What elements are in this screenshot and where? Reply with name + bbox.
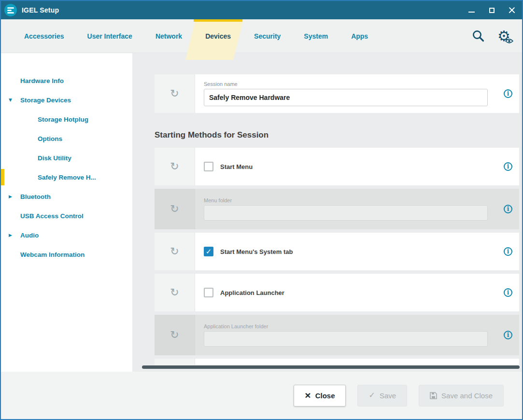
checkbox-label[interactable]: Application Launcher	[220, 289, 284, 296]
reset-icon: ↻	[170, 246, 179, 257]
eye-icon	[505, 38, 513, 44]
checkbox-label[interactable]: Start Menu	[220, 163, 253, 170]
setting-row-menu-folder: ↻ Menu folder	[155, 189, 519, 229]
igel-logo-icon	[4, 4, 17, 16]
reset-icon: ↻	[170, 330, 179, 340]
window-body: Hardware Info Storage Devices Storage Ho…	[1, 53, 522, 372]
setting-row-application-launcher-folder: ↻ Application Launcher folder	[155, 315, 519, 355]
maximize-button[interactable]	[481, 1, 502, 19]
minimize-button[interactable]	[461, 1, 481, 19]
window-controls	[461, 1, 522, 19]
tab-apps[interactable]: Apps	[339, 19, 380, 53]
menu-folder-input	[204, 205, 488, 221]
info-icon[interactable]	[504, 89, 512, 98]
reset-to-default-button[interactable]: ↻	[155, 74, 195, 113]
expand-arrow-icon[interactable]	[9, 194, 12, 199]
reset-to-default-button[interactable]: ↻	[155, 274, 195, 311]
titlebar[interactable]: IGEL Setup	[1, 1, 522, 19]
sidebar-item-audio[interactable]: Audio	[1, 225, 132, 245]
expand-arrow-icon[interactable]	[9, 233, 12, 238]
sidebar-item-hardware-info[interactable]: Hardware Info	[1, 71, 132, 90]
reset-to-default-button[interactable]: ↻	[155, 315, 195, 355]
sidebar-item-storage-devices[interactable]: Storage Devices	[1, 90, 132, 110]
checkmark-icon: ✓	[368, 392, 375, 399]
sidebar-item-bluetooth[interactable]: Bluetooth	[1, 187, 132, 206]
setting-row-start-menu-system-tab: ↻ Start Menu's System tab	[155, 233, 519, 270]
info-icon[interactable]	[504, 162, 512, 171]
floppy-disk-icon	[430, 392, 437, 399]
igel-setup-window: IGEL Setup Accessories User Interface Ne…	[0, 0, 523, 420]
close-window-button[interactable]	[502, 1, 522, 19]
start-menu-checkbox[interactable]	[204, 162, 213, 171]
start-menu-system-tab-checkbox[interactable]	[204, 247, 213, 256]
checkbox-label[interactable]: Start Menu's System tab	[220, 248, 293, 255]
minimize-icon	[468, 12, 475, 13]
application-launcher-folder-label: Application Launcher folder	[204, 323, 268, 329]
tab-accessories[interactable]: Accessories	[13, 19, 76, 53]
window-title: IGEL Setup	[22, 6, 59, 14]
application-launcher-folder-input	[204, 331, 488, 347]
reset-to-default-button[interactable]: ↻	[155, 233, 195, 270]
tab-network[interactable]: Network	[144, 19, 194, 53]
section-title: Starting Methods for Session	[155, 130, 519, 140]
save-and-close-button: Save and Close	[419, 385, 504, 406]
footer-button-bar: × Close ✓ Save Save and Close	[1, 372, 522, 419]
reset-icon: ↻	[170, 287, 179, 298]
sidebar-item-webcam-information[interactable]: Webcam Information	[1, 245, 132, 264]
maximize-icon	[489, 8, 495, 13]
tab-user-interface[interactable]: User Interface	[76, 19, 144, 53]
active-tab-topbar	[194, 19, 242, 22]
save-button: ✓ Save	[357, 385, 407, 406]
session-name-row: ↻ Session name	[155, 74, 519, 113]
setting-row-start-menu: ↻ Start Menu	[155, 148, 519, 185]
application-launcher-checkbox[interactable]	[204, 288, 213, 297]
settings-panel: ↻ Session name Starting Methods for Sess…	[132, 53, 522, 372]
search-icon[interactable]	[472, 29, 485, 42]
info-icon[interactable]	[504, 247, 512, 256]
sidebar-item-options[interactable]: Options	[1, 129, 132, 148]
info-icon[interactable]	[504, 331, 512, 339]
session-name-input[interactable]	[204, 89, 488, 106]
collapse-arrow-icon[interactable]	[9, 98, 12, 102]
partial-row	[155, 359, 519, 365]
tabbar-icons: ⚙	[472, 19, 515, 53]
info-icon[interactable]	[504, 205, 512, 213]
session-name-label: Session name	[204, 81, 238, 87]
settings-visibility-icon[interactable]: ⚙	[497, 29, 510, 43]
tab-bar: Accessories User Interface Network Devic…	[1, 19, 522, 53]
tab-security[interactable]: Security	[242, 19, 292, 53]
sidebar-item-usb-access-control[interactable]: USB Access Control	[1, 206, 132, 225]
reset-to-default-button[interactable]: ↻	[155, 148, 195, 185]
reset-icon: ↻	[170, 161, 179, 172]
close-icon	[509, 7, 515, 14]
tab-devices[interactable]: Devices	[194, 19, 242, 53]
menu-folder-label: Menu folder	[204, 197, 232, 203]
horizontal-scrollbar[interactable]	[142, 365, 520, 369]
reset-icon: ↻	[170, 88, 179, 99]
reset-icon: ↻	[170, 204, 179, 214]
sidebar-item-disk-utility[interactable]: Disk Utility	[1, 148, 132, 168]
info-icon[interactable]	[504, 288, 512, 297]
sidebar-item-safely-remove-hardware[interactable]: Safely Remove H...	[1, 168, 132, 187]
x-mark-icon: ×	[305, 390, 311, 400]
reset-to-default-button[interactable]: ↻	[155, 189, 195, 229]
setting-row-application-launcher: ↻ Application Launcher	[155, 274, 519, 311]
navigation-sidebar: Hardware Info Storage Devices Storage Ho…	[1, 53, 132, 372]
close-button[interactable]: × Close	[294, 385, 346, 406]
sidebar-item-storage-hotplug[interactable]: Storage Hotplug	[1, 110, 132, 129]
tab-system[interactable]: System	[292, 19, 339, 53]
